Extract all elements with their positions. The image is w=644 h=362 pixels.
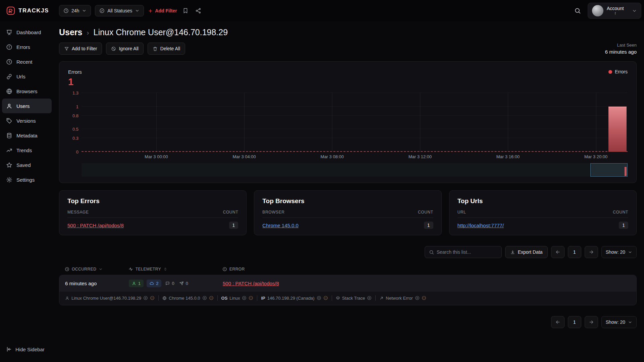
time-range-dropdown[interactable]: 24h [59, 5, 91, 16]
chart-legend: Errors [608, 69, 628, 74]
bookmark-icon [182, 8, 189, 14]
chevron-down-icon [82, 8, 87, 13]
topbar-right: Account f [573, 3, 644, 19]
filter-include-button[interactable] [143, 296, 148, 300]
sidebar: Dashboard Errors Recent Urls Browsers Us [0, 21, 54, 362]
share-button[interactable] [194, 6, 203, 15]
layers-icon [336, 296, 340, 300]
breadcrumb-separator: › [87, 28, 89, 37]
brand[interactable]: TRACKJS [0, 6, 54, 15]
filter-include-button[interactable] [367, 296, 372, 300]
clock-icon [65, 267, 69, 272]
main-content: Users › Linux Chrome User@146.70.198.29 … [54, 21, 644, 362]
trending-up-icon [6, 147, 12, 154]
prev-page-button[interactable] [551, 246, 565, 258]
status-filter-dropdown[interactable]: All Statuses [95, 5, 144, 16]
filter-include-button[interactable] [202, 296, 207, 300]
hide-sidebar-button[interactable]: Hide Sidebar [0, 343, 54, 356]
errors-table: 6 minutes ago 1 2 [59, 275, 637, 305]
sidebar-item-metadata[interactable]: Metadata [2, 128, 52, 143]
x-tick-label: Mar 3 16:00 [496, 154, 520, 159]
global-search-button[interactable] [573, 6, 582, 15]
page-size-select[interactable]: Show: 20 [601, 316, 637, 328]
filter-include-button[interactable] [415, 296, 420, 300]
list-search[interactable] [425, 246, 502, 258]
divider [332, 295, 332, 301]
chevron-down-icon [628, 320, 632, 324]
filter-exclude-button[interactable] [249, 296, 253, 300]
chevron-down-icon [99, 267, 103, 271]
ignore-all-button[interactable]: Ignore All [106, 43, 143, 55]
chart-brush[interactable] [82, 163, 628, 177]
filter-exclude-button[interactable] [323, 296, 328, 300]
y-tick-label: 1.3 [72, 90, 78, 96]
table-row[interactable]: 6 minutes ago 1 2 [59, 275, 636, 292]
filter-include-button[interactable] [317, 296, 321, 300]
stack-trace-chip: Stack Trace [336, 296, 372, 301]
brand-name: TRACKJS [18, 7, 49, 14]
sidebar-item-browsers[interactable]: Browsers [2, 84, 52, 99]
visitor-events-badge: 1 [129, 280, 144, 287]
count-value: 1 [424, 222, 433, 229]
sidebar-item-saved[interactable]: Saved [2, 158, 52, 172]
plus-circle-icon [242, 296, 247, 300]
sidebar-item-versions[interactable]: Versions [2, 113, 52, 128]
chart-brush-mini-bar [625, 167, 627, 176]
divider [257, 295, 257, 301]
top-url-link[interactable]: http://localhost:7777/ [458, 223, 504, 228]
x-tick-label: Mar 3 20:00 [584, 154, 607, 159]
next-page-button[interactable] [585, 246, 598, 258]
sidebar-item-recent[interactable]: Recent [2, 54, 52, 69]
error-bar[interactable] [608, 107, 627, 152]
table-header: OCCURRED TELEMETRY ERROR [59, 267, 637, 272]
chart-brush-selection[interactable] [590, 163, 628, 177]
prev-page-button[interactable] [551, 316, 565, 328]
table-row: http://localhost:7777/ 1 [458, 222, 628, 229]
console-events-badge: 0 [164, 280, 175, 287]
sort-telemetry-header[interactable]: TELEMETRY [128, 267, 222, 272]
status-filter-value: All Statuses [107, 8, 132, 13]
globe-icon [6, 88, 12, 95]
search-input[interactable] [437, 249, 497, 255]
sort-occurred-header[interactable]: OCCURRED [65, 267, 128, 272]
add-to-filter-button[interactable]: Add to Filter [59, 43, 102, 55]
bookmark-button[interactable] [181, 6, 190, 15]
column-header: COUNT [223, 210, 238, 215]
breadcrumb-users[interactable]: Users [59, 27, 83, 37]
send-icon [179, 281, 184, 286]
delete-all-button[interactable]: Delete All [148, 43, 185, 55]
collapse-left-icon [6, 346, 12, 352]
cloud-icon [150, 281, 154, 286]
export-data-button[interactable]: Export Data [505, 246, 548, 258]
x-gridline [596, 93, 596, 152]
sidebar-item-urls[interactable]: Urls [2, 69, 52, 84]
error-link[interactable]: 500 : PATCH /api/todos/8 [223, 281, 631, 286]
page-number[interactable]: 1 [568, 316, 581, 328]
arrow-right-icon [589, 319, 594, 325]
error-header[interactable]: ERROR [222, 267, 631, 272]
chart-plot[interactable] [82, 93, 628, 152]
sidebar-item-errors[interactable]: Errors [2, 40, 52, 54]
sidebar-item-trends[interactable]: Trends [2, 143, 52, 158]
user-icon [132, 281, 136, 286]
sidebar-item-settings[interactable]: Settings [2, 172, 52, 187]
filter-exclude-button[interactable] [150, 296, 155, 300]
x-tick-label: Mar 3 08:00 [321, 154, 344, 159]
sidebar-item-dashboard[interactable]: Dashboard [2, 25, 52, 40]
x-gridline [508, 93, 508, 152]
top-browser-link[interactable]: Chrome 145.0.0 [262, 223, 299, 228]
add-filter-button[interactable]: Add Filter [148, 8, 177, 13]
filter-exclude-button[interactable] [209, 296, 214, 300]
alert-circle-icon [222, 267, 227, 272]
sidebar-item-users[interactable]: Users [2, 99, 52, 113]
page-number[interactable]: 1 [568, 246, 581, 258]
filter-exclude-button[interactable] [422, 296, 426, 300]
minus-circle-icon [150, 296, 155, 300]
filter-include-button[interactable] [242, 296, 247, 300]
next-page-button[interactable] [585, 316, 598, 328]
plus-circle-icon [143, 296, 148, 300]
account-menu[interactable]: Account f [588, 3, 641, 19]
top-error-link[interactable]: 500 : PATCH /api/todos/8 [67, 223, 124, 228]
count-value: 1 [229, 222, 238, 229]
page-size-select[interactable]: Show: 20 [601, 246, 637, 258]
